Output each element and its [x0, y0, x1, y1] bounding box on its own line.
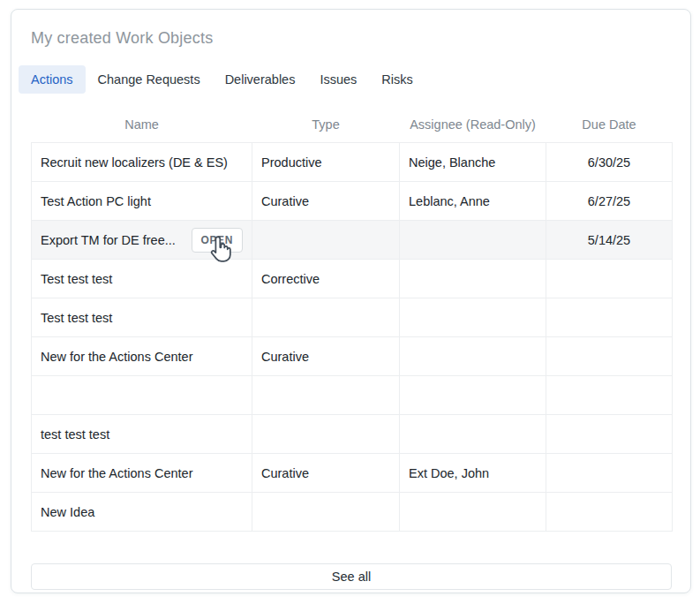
cell-assignee	[400, 493, 546, 532]
cell-assignee: Neige, Blanche	[400, 143, 546, 182]
cell-name: New for the Actions Center	[32, 337, 252, 376]
tab-issues[interactable]: Issues	[307, 65, 369, 94]
cell-type	[252, 493, 400, 532]
cell-name: test test test	[32, 415, 252, 454]
cell-name: Test Action PC light	[32, 182, 252, 221]
table-row[interactable]: New for the Actions Center Curative	[32, 337, 673, 376]
cell-assignee	[400, 260, 546, 298]
cell-assignee	[400, 221, 546, 260]
table-row-hovered[interactable]: Export TM for DE free... OPEN 5/14/25	[32, 221, 673, 260]
cell-assignee: Ext Doe, John	[400, 454, 546, 493]
cell-assignee	[400, 376, 546, 415]
tab-risks[interactable]: Risks	[369, 65, 425, 94]
cell-name: New for the Actions Center	[32, 454, 252, 493]
cell-assignee: Leblanc, Anne	[400, 182, 546, 221]
cell-type	[252, 376, 400, 415]
tab-change-requests[interactable]: Change Requests	[86, 65, 213, 94]
cell-due-date	[546, 298, 673, 337]
work-objects-table: Name Type Assignee (Read-Only) Due Date …	[31, 111, 673, 532]
cell-type: Curative	[252, 182, 400, 221]
work-objects-card: My created Work Objects Actions Change R…	[11, 9, 691, 593]
table-row[interactable]: New Idea	[32, 493, 673, 532]
cell-type: Curative	[252, 337, 400, 376]
cell-due-date	[546, 454, 673, 493]
page-title: My created Work Objects	[31, 29, 671, 47]
cell-name: Test test test	[32, 260, 252, 298]
table-row[interactable]: Test test test	[32, 298, 673, 337]
column-header-name: Name	[32, 111, 252, 143]
tab-bar: Actions Change Requests Deliverables Iss…	[19, 65, 671, 94]
cell-type	[252, 298, 400, 337]
cell-due-date: 6/30/25	[546, 143, 673, 182]
cell-name: Test test test	[32, 298, 252, 337]
cell-name: New Idea	[32, 493, 252, 532]
table-row[interactable]: Test Action PC light Curative Leblanc, A…	[32, 182, 673, 221]
table-row[interactable]: Recruit new localizers (DE & ES) Product…	[32, 143, 673, 182]
cell-assignee	[400, 298, 546, 337]
table-row[interactable]	[32, 376, 673, 415]
column-header-assignee: Assignee (Read-Only)	[400, 111, 546, 143]
cell-assignee	[400, 415, 546, 454]
work-object-name: Export TM for DE free...	[41, 233, 176, 247]
cell-due-date	[546, 337, 673, 376]
cell-name	[32, 376, 252, 415]
cell-type: Productive	[252, 143, 400, 182]
cell-type	[252, 221, 400, 260]
column-header-type: Type	[252, 111, 400, 143]
open-button[interactable]: OPEN	[192, 228, 243, 253]
cell-type: Corrective	[252, 260, 400, 298]
tab-actions[interactable]: Actions	[19, 65, 86, 94]
cell-due-date	[546, 376, 673, 415]
tab-deliverables[interactable]: Deliverables	[213, 65, 308, 94]
table-row[interactable]: New for the Actions Center Curative Ext …	[32, 454, 673, 493]
table-row[interactable]: test test test	[32, 415, 673, 454]
cell-due-date: 6/27/25	[546, 182, 673, 221]
cell-name: Export TM for DE free... OPEN	[32, 221, 252, 260]
table-row[interactable]: Test test test Corrective	[32, 260, 673, 298]
table-header-row: Name Type Assignee (Read-Only) Due Date	[32, 111, 673, 143]
see-all-button[interactable]: See all	[31, 563, 672, 590]
cell-due-date: 5/14/25	[546, 221, 673, 260]
cell-due-date	[546, 493, 673, 532]
cell-type	[252, 415, 400, 454]
column-header-due-date: Due Date	[546, 111, 673, 143]
cell-assignee	[400, 337, 546, 376]
cell-name: Recruit new localizers (DE & ES)	[32, 143, 252, 182]
cell-due-date	[546, 415, 673, 454]
cell-type: Curative	[252, 454, 400, 493]
cell-due-date	[546, 260, 673, 298]
